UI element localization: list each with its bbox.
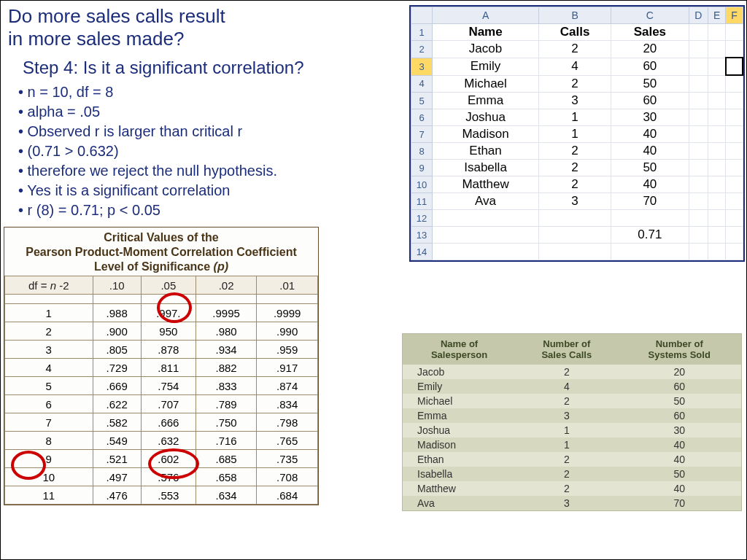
cell-B4[interactable]: 2 xyxy=(539,75,611,93)
cell-A13[interactable] xyxy=(433,227,539,244)
cell-A1[interactable]: Name xyxy=(433,24,539,41)
cell-A8[interactable]: Ethan xyxy=(433,143,539,160)
row-header-14[interactable]: 14 xyxy=(411,244,433,260)
cell-C5[interactable]: 60 xyxy=(611,93,689,109)
cell-F4[interactable] xyxy=(726,75,743,93)
cell-B9[interactable]: 2 xyxy=(539,160,611,176)
cell-E2[interactable] xyxy=(708,41,726,58)
row-header-1[interactable]: 1 xyxy=(411,24,433,41)
spreadsheet-grid[interactable]: ABCDEF1NameCallsSales2Jacob2203Emily4604… xyxy=(411,7,743,260)
row-header-5[interactable]: 5 xyxy=(411,93,433,109)
row-header-8[interactable]: 8 xyxy=(411,143,433,160)
cell-A14[interactable] xyxy=(433,244,539,260)
cell-D5[interactable] xyxy=(689,93,708,109)
cell-C2[interactable]: 20 xyxy=(611,41,689,58)
cell-F5[interactable] xyxy=(726,93,743,109)
cell-E10[interactable] xyxy=(708,176,726,193)
cell-B7[interactable]: 1 xyxy=(539,126,611,143)
cell-E5[interactable] xyxy=(708,93,726,109)
cell-A5[interactable]: Emma xyxy=(433,93,539,109)
cell-B2[interactable]: 2 xyxy=(539,41,611,58)
col-header-A[interactable]: A xyxy=(433,7,539,24)
cell-F12[interactable] xyxy=(726,210,743,227)
row-header-6[interactable]: 6 xyxy=(411,109,433,126)
cell-F9[interactable] xyxy=(726,160,743,176)
cell-E3[interactable] xyxy=(708,58,726,75)
row-header-2[interactable]: 2 xyxy=(411,41,433,58)
cell-B11[interactable]: 3 xyxy=(539,193,611,210)
cell-D9[interactable] xyxy=(689,160,708,176)
cell-C6[interactable]: 30 xyxy=(611,109,689,126)
cell-D14[interactable] xyxy=(689,244,708,260)
cell-D4[interactable] xyxy=(689,75,708,93)
cell-D6[interactable] xyxy=(689,109,708,126)
cell-A3[interactable]: Emily xyxy=(433,58,539,75)
cell-E6[interactable] xyxy=(708,109,726,126)
cell-D13[interactable] xyxy=(689,227,708,244)
cell-C4[interactable]: 50 xyxy=(611,75,689,93)
cell-C8[interactable]: 40 xyxy=(611,143,689,160)
col-header-B[interactable]: B xyxy=(539,7,611,24)
cell-B5[interactable]: 3 xyxy=(539,93,611,109)
cell-E14[interactable] xyxy=(708,244,726,260)
cell-D8[interactable] xyxy=(689,143,708,160)
cell-D3[interactable] xyxy=(689,58,708,75)
row-header-3[interactable]: 3 xyxy=(411,58,433,75)
cell-F11[interactable] xyxy=(726,193,743,210)
row-header-10[interactable]: 10 xyxy=(411,176,433,193)
cell-D12[interactable] xyxy=(689,210,708,227)
cell-C7[interactable]: 40 xyxy=(611,126,689,143)
cell-D11[interactable] xyxy=(689,193,708,210)
cell-F3[interactable] xyxy=(726,58,743,75)
cell-D10[interactable] xyxy=(689,176,708,193)
cell-B1[interactable]: Calls xyxy=(539,24,611,41)
cell-F10[interactable] xyxy=(726,176,743,193)
cell-E13[interactable] xyxy=(708,227,726,244)
row-header-7[interactable]: 7 xyxy=(411,126,433,143)
cell-B14[interactable] xyxy=(539,244,611,260)
cell-C1[interactable]: Sales xyxy=(611,24,689,41)
cell-A2[interactable]: Jacob xyxy=(433,41,539,58)
cell-A11[interactable]: Ava xyxy=(433,193,539,210)
cell-F14[interactable] xyxy=(726,244,743,260)
row-header-11[interactable]: 11 xyxy=(411,193,433,210)
col-header-C[interactable]: C xyxy=(611,7,689,24)
cell-F2[interactable] xyxy=(726,41,743,58)
cell-E1[interactable] xyxy=(708,24,726,41)
cell-E12[interactable] xyxy=(708,210,726,227)
row-header-4[interactable]: 4 xyxy=(411,75,433,93)
row-header-13[interactable]: 13 xyxy=(411,227,433,244)
cell-D2[interactable] xyxy=(689,41,708,58)
cell-A4[interactable]: Michael xyxy=(433,75,539,93)
col-header-D[interactable]: D xyxy=(689,7,708,24)
cell-B8[interactable]: 2 xyxy=(539,143,611,160)
select-all-corner[interactable] xyxy=(411,7,433,24)
cell-E4[interactable] xyxy=(708,75,726,93)
cell-B3[interactable]: 4 xyxy=(539,58,611,75)
cell-F7[interactable] xyxy=(726,126,743,143)
cell-A6[interactable]: Joshua xyxy=(433,109,539,126)
cell-C11[interactable]: 70 xyxy=(611,193,689,210)
cell-E9[interactable] xyxy=(708,160,726,176)
cell-E8[interactable] xyxy=(708,143,726,160)
cell-F6[interactable] xyxy=(726,109,743,126)
cell-D7[interactable] xyxy=(689,126,708,143)
col-header-E[interactable]: E xyxy=(708,7,726,24)
cell-C13[interactable]: 0.71 xyxy=(611,227,689,244)
cell-C10[interactable]: 40 xyxy=(611,176,689,193)
cell-B13[interactable] xyxy=(539,227,611,244)
cell-C9[interactable]: 50 xyxy=(611,160,689,176)
cell-B10[interactable]: 2 xyxy=(539,176,611,193)
cell-F13[interactable] xyxy=(726,227,743,244)
cell-A10[interactable]: Matthew xyxy=(433,176,539,193)
col-header-F[interactable]: F xyxy=(726,7,743,24)
cell-E11[interactable] xyxy=(708,193,726,210)
row-header-9[interactable]: 9 xyxy=(411,160,433,176)
cell-C3[interactable]: 60 xyxy=(611,58,689,75)
cell-A9[interactable]: Isabella xyxy=(433,160,539,176)
cell-B12[interactable] xyxy=(539,210,611,227)
cell-F1[interactable] xyxy=(726,24,743,41)
cell-D1[interactable] xyxy=(689,24,708,41)
cell-A12[interactable] xyxy=(433,210,539,227)
row-header-12[interactable]: 12 xyxy=(411,210,433,227)
